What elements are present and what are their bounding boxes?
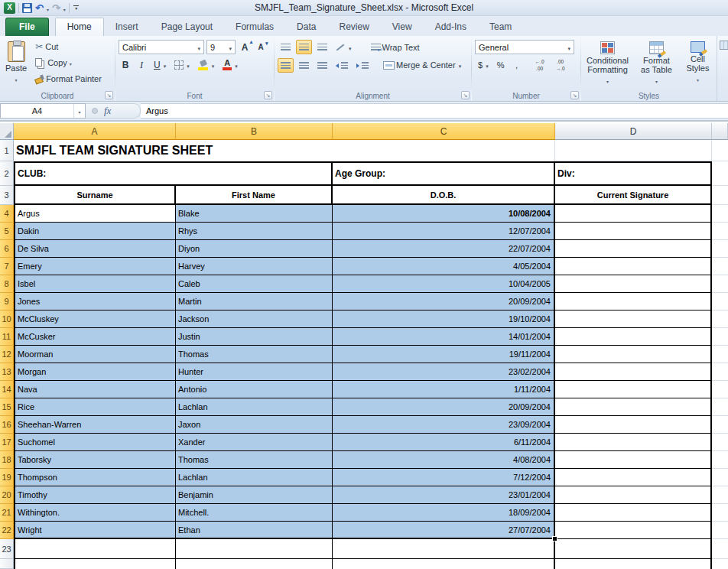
row-header-8[interactable]: 8 xyxy=(0,275,14,293)
cell-a5-surname[interactable]: Dakin xyxy=(14,223,176,240)
cell-e21[interactable] xyxy=(712,504,728,522)
cell-a24[interactable] xyxy=(14,559,176,569)
cell-b2[interactable] xyxy=(176,161,333,186)
copy-button[interactable]: Copy xyxy=(34,54,103,70)
cell-b5-first-name[interactable]: Rhys xyxy=(176,223,333,240)
cell-e1[interactable] xyxy=(712,140,728,161)
cell-e5[interactable] xyxy=(712,223,728,240)
cell-d18-signature[interactable] xyxy=(555,451,712,469)
currency-dropdown-icon[interactable] xyxy=(484,60,489,70)
cell-b22-first-name[interactable]: Ethan xyxy=(176,522,333,539)
cell-e17[interactable] xyxy=(712,434,728,451)
tab-insert[interactable]: Insert xyxy=(104,18,150,36)
number-dialog-launcher[interactable] xyxy=(570,91,579,99)
row-header-6[interactable]: 6 xyxy=(0,240,14,258)
cell-e8[interactable] xyxy=(712,275,728,293)
cell-d4-signature[interactable] xyxy=(555,205,712,223)
format-painter-button[interactable]: Format Painter xyxy=(34,70,103,86)
cell-c21-dob[interactable]: 18/09/2004 xyxy=(333,504,555,522)
bold-button[interactable]: B xyxy=(119,58,132,73)
tab-formulas[interactable]: Formulas xyxy=(224,18,285,36)
cell-e12[interactable] xyxy=(712,346,728,363)
row-header-12[interactable]: 12 xyxy=(0,346,14,363)
cell-a4-surname[interactable]: Argus xyxy=(14,205,176,223)
decrease-decimal-button[interactable]: .00 →.0 xyxy=(551,58,570,73)
redo-icon[interactable] xyxy=(52,1,60,15)
borders-button[interactable] xyxy=(171,58,193,73)
cell-b14-first-name[interactable]: Antonio xyxy=(176,381,333,398)
cell-a2-club-label[interactable]: CLUB: xyxy=(14,161,176,186)
cell-a20-surname[interactable]: Timothy xyxy=(14,486,176,504)
cell-c12-dob[interactable]: 19/11/2004 xyxy=(333,346,555,363)
grow-font-button[interactable]: A xyxy=(238,40,252,54)
cell-e14[interactable] xyxy=(712,381,728,398)
fill-color-dropdown-icon[interactable] xyxy=(210,60,215,70)
row-header-18[interactable]: 18 xyxy=(0,451,14,469)
cell-c6-dob[interactable]: 22/07/2004 xyxy=(333,240,555,258)
row-header-10[interactable]: 10 xyxy=(0,311,14,328)
cell-b9-first-name[interactable]: Martin xyxy=(176,293,333,311)
cell-b10-first-name[interactable]: Jackson xyxy=(176,311,333,328)
cell-d1[interactable] xyxy=(555,140,712,161)
cell-b19-first-name[interactable]: Lachlan xyxy=(176,469,333,486)
row-header-17[interactable]: 17 xyxy=(0,434,14,451)
align-center-button[interactable] xyxy=(296,58,312,73)
cell-a17-surname[interactable]: Suchomel xyxy=(14,434,176,451)
header-cell-current-signature[interactable]: Current Signature xyxy=(555,186,712,205)
cell-c17-dob[interactable]: 6/11/2004 xyxy=(333,434,555,451)
row-header-16[interactable]: 16 xyxy=(0,416,14,434)
merge-center-button[interactable]: Merge & Center xyxy=(380,58,464,73)
underline-button[interactable]: U xyxy=(151,58,169,73)
cell-c10-dob[interactable]: 19/10/2004 xyxy=(333,311,555,328)
cell-d16-signature[interactable] xyxy=(555,416,712,434)
cell-b4-first-name[interactable]: Blake xyxy=(176,205,333,223)
cell-b12-first-name[interactable]: Thomas xyxy=(176,346,333,363)
name-box[interactable]: A4 xyxy=(0,103,86,119)
excel-logo-icon[interactable] xyxy=(4,2,15,14)
cell-c7-dob[interactable]: 4/05/2004 xyxy=(333,258,555,275)
cell-c1[interactable] xyxy=(333,140,555,161)
tab-view[interactable]: View xyxy=(381,18,424,36)
column-header-c[interactable]: C xyxy=(333,123,555,140)
cell-b17-first-name[interactable]: Xander xyxy=(176,434,333,451)
cell-e23[interactable] xyxy=(712,539,728,559)
cell-d9-signature[interactable] xyxy=(555,293,712,311)
cell-e16[interactable] xyxy=(712,416,728,434)
cell-e13[interactable] xyxy=(712,363,728,381)
cell-d7-signature[interactable] xyxy=(555,258,712,275)
cell-c5-dob[interactable]: 12/07/2004 xyxy=(333,223,555,240)
cell-a13-surname[interactable]: Morgan xyxy=(14,363,176,381)
percent-style-button[interactable]: % xyxy=(494,58,508,73)
cell-d17-signature[interactable] xyxy=(555,434,712,451)
alignment-dialog-launcher[interactable] xyxy=(461,91,470,99)
italic-button[interactable]: I xyxy=(135,58,148,73)
cell-a10-surname[interactable]: McCluskey xyxy=(14,311,176,328)
cell-e19[interactable] xyxy=(712,469,728,486)
cell-d8-signature[interactable] xyxy=(555,275,712,293)
cell-e9[interactable] xyxy=(712,293,728,311)
tab-data[interactable]: Data xyxy=(285,18,327,36)
row-header-24[interactable] xyxy=(0,559,14,569)
header-cell-first-name[interactable]: First Name xyxy=(176,186,333,205)
paste-button[interactable]: Paste xyxy=(2,38,31,86)
cell-c13-dob[interactable]: 23/02/2004 xyxy=(333,363,555,381)
cell-d5-signature[interactable] xyxy=(555,223,712,240)
increase-indent-button[interactable] xyxy=(353,58,372,73)
cell-b16-first-name[interactable]: Jaxon xyxy=(176,416,333,434)
cell-a12-surname[interactable]: Moorman xyxy=(14,346,176,363)
align-right-button[interactable] xyxy=(314,58,330,73)
cell-e11[interactable] xyxy=(712,328,728,346)
orientation-button[interactable] xyxy=(333,40,355,54)
cell-b18-first-name[interactable]: Thomas xyxy=(176,451,333,469)
increase-decimal-button[interactable]: ←.0 .00 xyxy=(531,58,549,73)
row-header-3[interactable]: 3 xyxy=(0,186,14,205)
cell-c18-dob[interactable]: 4/08/2004 xyxy=(333,451,555,469)
cell-e20[interactable] xyxy=(712,486,728,504)
font-size-dropdown-icon[interactable] xyxy=(227,43,232,52)
cell-c8-dob[interactable]: 10/04/2005 xyxy=(333,275,555,293)
align-bottom-button[interactable] xyxy=(314,40,330,54)
save-icon[interactable] xyxy=(22,3,32,13)
cell-a21-surname[interactable]: Withington. xyxy=(14,504,176,522)
cell-a16-surname[interactable]: Sheehan-Warren xyxy=(14,416,176,434)
row-header-5[interactable]: 5 xyxy=(0,223,14,240)
